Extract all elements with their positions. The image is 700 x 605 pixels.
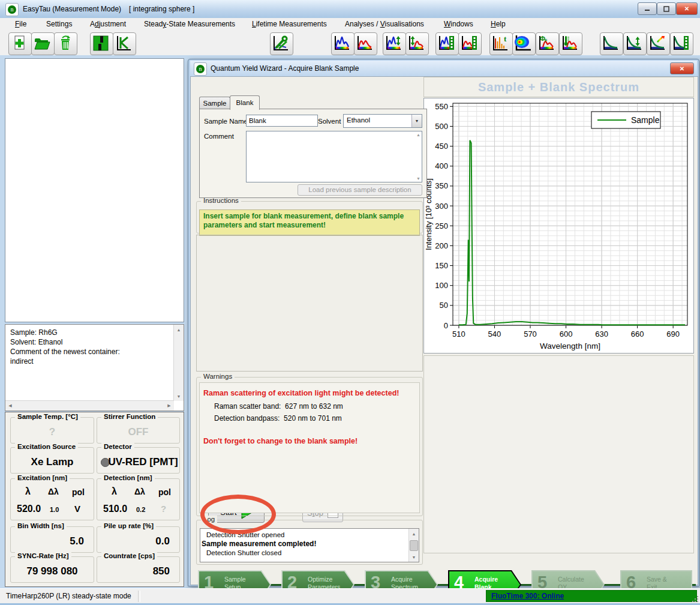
quantum-yield-button[interactable]: ΦF	[536, 32, 559, 55]
decay-button[interactable]	[600, 32, 623, 55]
excitation-polarization-button[interactable]	[383, 32, 406, 55]
open-file-button[interactable]	[31, 32, 55, 55]
svg-text:150: 150	[435, 261, 448, 270]
excitation-polarization-icon	[384, 34, 402, 52]
excitation-source-label: Excitation Source	[15, 443, 78, 450]
menu-windows[interactable]: Windows	[444, 20, 473, 28]
temperature-series-button[interactable]	[559, 32, 582, 55]
toolbar: t ΦF	[0, 31, 700, 56]
scroll-left-icon[interactable]: ◀	[5, 401, 15, 411]
excitation-series-button[interactable]	[435, 32, 459, 55]
tab-sample[interactable]: Sample	[199, 97, 230, 109]
sync-rate-label: SYNC-Rate [Hz]	[15, 552, 71, 559]
stirrer-label: Stirrer Function	[101, 413, 158, 420]
tools-icon	[272, 34, 290, 52]
close-icon: ✕	[684, 5, 689, 12]
temperature-series-icon	[561, 34, 579, 52]
svg-text:250: 250	[435, 221, 448, 230]
close-button[interactable]: ✕	[676, 2, 698, 15]
detector-label: Detector	[101, 443, 134, 450]
detection-bandwidth-value: 0.2	[136, 506, 145, 513]
excitation-series-icon	[437, 34, 455, 52]
pol-header: pol	[72, 487, 85, 497]
excitation-bandwidth-value: 1.0	[50, 506, 59, 513]
scroll-down-icon[interactable]: ▼	[174, 391, 184, 401]
svg-text:300: 300	[435, 202, 448, 211]
solvent-combobox[interactable]: Ethanol ▼	[343, 114, 422, 128]
load-previous-sample-button[interactable]: Load previous sample description	[298, 184, 422, 196]
emission-polarization-button[interactable]	[405, 32, 429, 55]
slit-settings-button[interactable]	[90, 32, 113, 55]
detection-group: Detection [nm] λ Δλ pol 510.0 0.2 ?	[97, 478, 180, 520]
decay-series-icon	[672, 34, 690, 52]
excitation-spectrum-button[interactable]	[331, 32, 354, 55]
horizontal-scrollbar[interactable]: ◀▶	[5, 400, 174, 411]
trash-icon	[56, 34, 74, 52]
measurement-control-panel: Start Stop	[196, 235, 423, 372]
excitation-label: Excitation [nm]	[15, 474, 70, 481]
stirrer-value: OFF	[97, 426, 179, 438]
scroll-right-icon[interactable]: ▶	[164, 401, 174, 411]
tcspc-histogram-button[interactable]: t	[489, 32, 513, 55]
scroll-up-icon[interactable]: ▲	[409, 529, 419, 538]
new-measurement-button[interactable]	[8, 32, 32, 55]
toolbox-button[interactable]	[270, 32, 293, 55]
stirrer-group: Stirrer Function OFF	[97, 417, 180, 444]
sync-rate-group: SYNC-Rate [Hz] 79 998 080	[10, 556, 94, 583]
scroll-down-icon[interactable]: ▼	[409, 552, 419, 562]
decay-polarization-button[interactable]	[623, 32, 647, 55]
menu-steady-state[interactable]: Steady-State Measurements	[144, 20, 235, 28]
dialog-title: Quantum Yield Wizard - Acquire Blank Sam…	[211, 64, 359, 73]
decay-spectrum-button[interactable]	[647, 32, 670, 55]
emission-spectrum-button[interactable]	[354, 32, 377, 55]
spectrum-chart: 5105405706006306606900501001502002503003…	[423, 98, 694, 354]
delete-button[interactable]	[54, 32, 77, 55]
instructions-text: Insert sample for blank measurement, def…	[199, 209, 420, 236]
sample-info-box: Sample: Rh6G Solvent: Ethanol Comment of…	[5, 324, 184, 411]
decay-series-button[interactable]	[670, 32, 693, 55]
menu-analyses[interactable]: Analyses / Visualisations	[345, 20, 424, 28]
sample-name-input[interactable]	[246, 115, 318, 127]
instructions-group: Instructions Insert sample for blank mea…	[196, 201, 423, 233]
status-divider	[138, 591, 140, 602]
preview-panel	[5, 58, 184, 322]
parameters-panel: Sample Temp. [°C] ? Stirrer Function OFF…	[5, 412, 184, 587]
chevron-down-icon[interactable]: ▼	[411, 115, 422, 127]
sample-info-line: Comment of the newest container:	[10, 347, 179, 357]
maximize-button[interactable]	[657, 2, 676, 15]
menu-file[interactable]: File	[15, 20, 26, 28]
emission-series-button[interactable]	[458, 32, 482, 55]
detection-lambda-value: 510.0	[103, 504, 127, 514]
dialog-close-button[interactable]: ✕	[670, 62, 694, 74]
menu-settings[interactable]: Settings	[46, 20, 72, 28]
window-titlebar: n EasyTau (Measurement Mode) [ integrati…	[0, 0, 700, 18]
chart-title-bar: Sample + Blank Spectrum	[423, 77, 694, 97]
scroll-down-icon[interactable]: ▼	[416, 176, 420, 181]
svg-text:450: 450	[435, 142, 448, 151]
svg-text:Wavelength [nm]: Wavelength [nm]	[540, 342, 600, 351]
menu-adjustment[interactable]: Adjustment	[90, 20, 126, 28]
pile-up-value: 0.0	[97, 535, 179, 547]
log-scrollbar[interactable]: ▲ ▼	[408, 529, 419, 562]
comment-textarea[interactable]: ▲ ▼	[246, 131, 422, 182]
excitation-spectrum-icon	[333, 34, 351, 52]
bandpass-line: Detection bandpass: 520 nm to 701 nm	[214, 414, 416, 423]
svg-text:350: 350	[435, 181, 448, 190]
contour-plot-button[interactable]	[512, 32, 536, 55]
scroll-up-icon[interactable]: ▲	[416, 133, 420, 137]
tab-blank[interactable]: Blank	[230, 95, 260, 110]
svg-text:200: 200	[435, 241, 448, 250]
sample-info-line: indirect	[10, 357, 179, 366]
vertical-scrollbar[interactable]: ▲▼	[173, 325, 184, 401]
scrollbar-thumb[interactable]	[410, 540, 418, 551]
scroll-up-icon[interactable]: ▲	[174, 325, 184, 334]
menu-lifetime[interactable]: Lifetime Measurements	[252, 20, 327, 28]
detection-pol-value: ?	[161, 504, 166, 514]
emission-series-icon	[460, 34, 478, 52]
manual-correction-button[interactable]	[113, 32, 136, 55]
svg-text:t: t	[504, 34, 507, 43]
resize-grip[interactable]	[692, 595, 699, 603]
menu-help[interactable]: Help	[491, 20, 506, 28]
minimize-icon	[644, 6, 650, 11]
minimize-button[interactable]	[638, 2, 657, 15]
